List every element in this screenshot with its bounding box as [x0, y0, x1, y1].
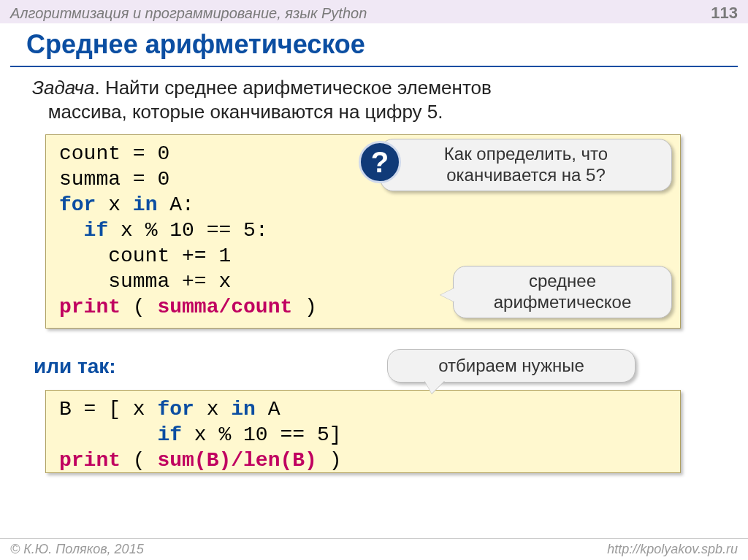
- code-block-2: B = [ x for x in A if x % 10 == 5] print…: [45, 390, 681, 473]
- footer-url: http://kpolyakov.spb.ru: [607, 542, 738, 557]
- callout-mean: среднее арифметическое: [453, 266, 672, 318]
- callout-question: ? Как определить, что оканчивается на 5?: [380, 139, 672, 191]
- callout-question-text: Как определить, что оканчивается на 5?: [394, 144, 658, 186]
- callout-select: отбираем нужные: [387, 349, 636, 383]
- subject-label: Алгоритмизация и программирование, язык …: [10, 5, 367, 22]
- task-label: Задача: [32, 77, 94, 99]
- page-number: 113: [711, 4, 738, 23]
- or-label: или так:: [34, 355, 116, 378]
- title-block: Среднее арифметическое: [10, 29, 738, 67]
- callout-select-text: отбираем нужные: [438, 356, 584, 377]
- topbar: Алгоритмизация и программирование, язык …: [0, 0, 748, 23]
- question-mark-icon: ?: [359, 141, 401, 183]
- callout-mean-text: среднее арифметическое: [467, 271, 658, 313]
- footer: © К.Ю. Поляков, 2015 http://kpolyakov.sp…: [0, 538, 748, 560]
- page-title: Среднее арифметическое: [10, 29, 738, 64]
- task-body: . Найти среднее арифметическое элементов…: [32, 77, 492, 123]
- task-text: Задача. Найти среднее арифметическое эле…: [32, 76, 492, 123]
- footer-copyright: © К.Ю. Поляков, 2015: [10, 542, 144, 557]
- title-divider: [10, 66, 738, 67]
